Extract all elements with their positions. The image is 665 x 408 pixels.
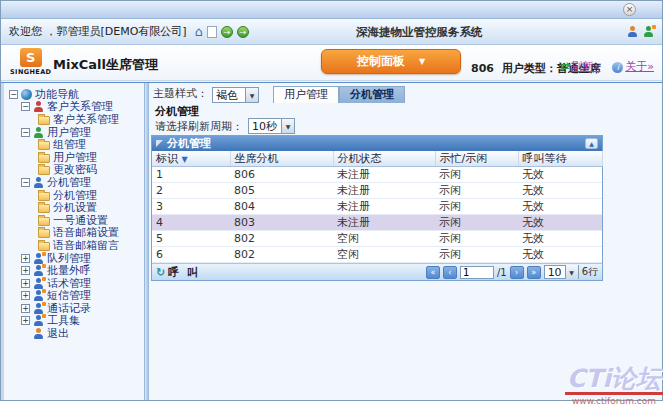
folder-icon (38, 229, 50, 238)
person-icon (33, 315, 44, 326)
table-header-row: 标识 ▼ 坐席分机 分机状态 示忙/示闲 呼叫等待 (152, 151, 602, 167)
expand-icon[interactable]: + (21, 291, 30, 300)
sidebar-tree: − 功能导航 − 客户关系管理 客户关系管理 − 用户管理 (1, 83, 145, 400)
topline: 主题样式： 褐色 ▼ 用户管理 分机管理 (153, 85, 405, 103)
pagination: « ‹ /1 › » 10 ▼ 6行 (426, 265, 598, 279)
table-row[interactable]: 1806 未注册 示闲 无效 (152, 167, 602, 183)
table-row[interactable]: 3804 未注册 示闲 无效 (152, 199, 602, 215)
screen: × 欢迎您 ，郭管理员[DEMO有限公司] ⌂ → → 深海捷物业管控服务系统 … (0, 0, 665, 408)
collapse-icon[interactable]: − (9, 90, 18, 99)
first-page-icon[interactable]: « (426, 266, 440, 279)
folder-icon (38, 242, 50, 251)
agent-status-icon[interactable] (643, 26, 654, 37)
ext-mgmt-panel: 分机管理 ▲ 标识 ▼ 坐席分机 分机状态 示忙/示闲 呼叫等待 (151, 135, 603, 281)
collapse-panel-icon[interactable]: ▲ (585, 138, 598, 149)
control-panel-label: 控制面板 (357, 53, 405, 70)
next-page-icon[interactable]: › (510, 266, 524, 279)
page-title: MixCall坐席管理 (53, 56, 158, 74)
col-call-waiting[interactable]: 呼叫等待 (518, 151, 602, 167)
page-total: /1 (497, 267, 507, 278)
call-refresh-icon: ↻ (156, 266, 165, 279)
watermark: CTi论坛 www.ctiforum.com (565, 366, 663, 406)
person-icon (33, 177, 44, 188)
page-icon[interactable] (207, 26, 217, 38)
back-icon[interactable]: → (221, 26, 233, 38)
collapse-icon[interactable]: − (21, 128, 30, 137)
content-area: 主题样式： 褐色 ▼ 用户管理 分机管理 分机管理 请选择刷新周期： 10秒 (149, 83, 662, 400)
person-icon (33, 290, 44, 301)
expand-icon[interactable]: + (21, 316, 30, 325)
agent-number: 806 (471, 62, 494, 75)
page-number-input[interactable] (460, 266, 494, 279)
extension-table: 标识 ▼ 坐席分机 分机状态 示忙/示闲 呼叫等待 1806 未注册 (152, 151, 603, 263)
folder-icon (38, 204, 50, 213)
prev-page-icon[interactable]: ‹ (443, 266, 457, 279)
titlebar: × (1, 1, 662, 19)
folder-icon (38, 217, 50, 226)
person-icon (33, 278, 44, 289)
tab-user-mgmt[interactable]: 用户管理 (273, 86, 339, 103)
collapse-icon[interactable]: − (21, 102, 30, 111)
app-header: S SINGHEAD MixCall坐席管理 控制面板 ▼ 806 用户类型：普… (1, 45, 662, 81)
refresh-period-select[interactable]: 10秒 ▼ (248, 118, 295, 134)
tab-ext-mgmt[interactable]: 分机管理 (339, 86, 405, 103)
expand-icon[interactable]: + (21, 266, 30, 275)
control-panel-button[interactable]: 控制面板 ▼ (321, 49, 461, 74)
person-icon (33, 265, 44, 276)
refresh-link[interactable]: 刷新» (572, 60, 601, 73)
app-window: × 欢迎您 ，郭管理员[DEMO有限公司] ⌂ → → 深海捷物业管控服务系统 … (0, 0, 663, 401)
logo-name: SINGHEAD (10, 68, 51, 76)
col-id[interactable]: 标识 ▼ (152, 151, 230, 167)
close-icon[interactable]: × (623, 3, 636, 16)
theme-select[interactable]: 褐色 ▼ (212, 87, 259, 103)
row-count-label: 6行 (582, 265, 598, 279)
singhead-logo: S SINGHEAD (10, 48, 51, 76)
about-link[interactable]: 关于» (625, 60, 654, 73)
folder-icon (38, 166, 50, 175)
chevron-down-icon: ▼ (281, 119, 294, 133)
col-extension[interactable]: 坐席分机 (230, 151, 333, 167)
folder-icon (38, 154, 50, 163)
sidebar-item-toolkit[interactable]: + 工具集 (4, 315, 144, 328)
table-row[interactable]: 6802 空闲 示闲 无效 (152, 247, 602, 263)
chevron-down-icon: ▼ (565, 265, 578, 279)
folder-icon (38, 141, 50, 150)
table-row[interactable]: 5802 空闲 示闲 无效 (152, 231, 602, 247)
person-icon (33, 101, 44, 112)
person-icon (33, 253, 44, 264)
logo-icon: S (20, 48, 42, 67)
last-page-icon[interactable]: » (527, 266, 541, 279)
cti-forum-url: www.ctiforum.com (565, 396, 663, 406)
expand-icon[interactable]: + (21, 279, 30, 288)
home-icon[interactable]: ⌂ (195, 24, 203, 39)
page-size-select[interactable]: 10 ▼ (544, 265, 579, 279)
sort-desc-icon: ▼ (182, 155, 188, 164)
col-busy-idle[interactable]: 示忙/示闲 (435, 151, 518, 167)
logout-person-icon (33, 328, 44, 339)
user-status-icon[interactable] (627, 26, 638, 37)
main-area: − 功能导航 − 客户关系管理 客户关系管理 − 用户管理 (1, 82, 662, 400)
panel-corner-icon (156, 140, 163, 147)
about-icon: i (612, 62, 623, 73)
table-row-selected[interactable]: 4803 未注册 示闲 无效 (152, 215, 602, 231)
folder-icon (38, 116, 50, 125)
expand-icon[interactable]: + (21, 304, 30, 313)
sidebar-item-logout[interactable]: 退出 (4, 327, 144, 340)
person-icon (33, 127, 44, 138)
table-row[interactable]: 2805 未注册 示闲 无效 (152, 183, 602, 199)
call-button[interactable]: 呼 叫 (168, 265, 200, 280)
refresh-period-label: 请选择刷新周期： (155, 119, 243, 134)
col-status[interactable]: 分机状态 (333, 151, 435, 167)
header-links: ⇄刷新» i关于» (560, 59, 654, 74)
expand-icon[interactable]: + (21, 254, 30, 263)
cti-forum-logo: CTi论坛 (565, 366, 663, 395)
chevron-down-icon: ▼ (419, 57, 425, 66)
refresh-period-row: 请选择刷新周期： 10秒 ▼ (155, 118, 295, 134)
toolbar-right-icons (627, 26, 654, 37)
section-heading: 分机管理 (155, 104, 199, 119)
collapse-icon[interactable]: − (21, 178, 30, 187)
nav-globe-icon (21, 89, 32, 100)
folder-icon (38, 192, 50, 201)
system-title: 深海捷物业管控服务系统 (356, 25, 483, 40)
forward-icon[interactable]: → (237, 26, 249, 38)
